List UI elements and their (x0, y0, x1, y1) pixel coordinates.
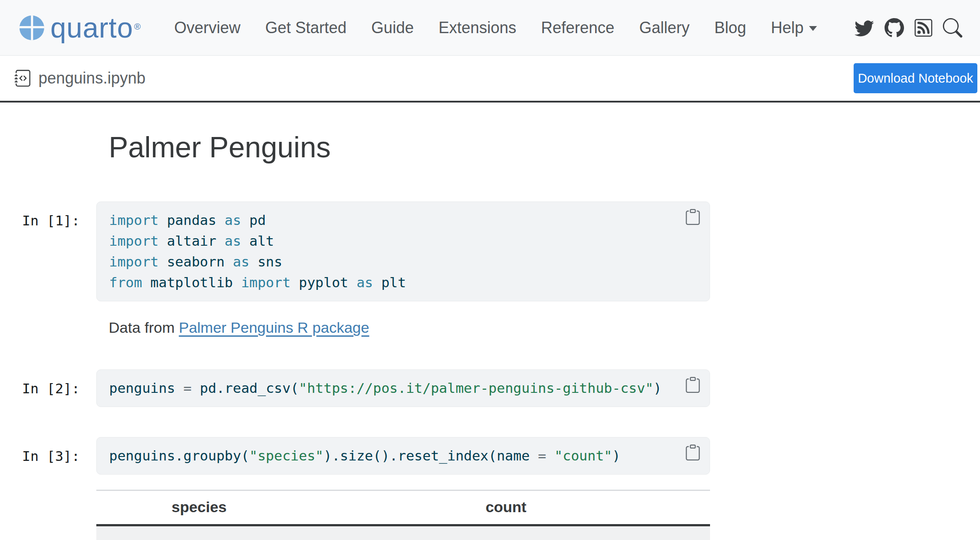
data-source-note: Data from Palmer Penguins R package (109, 318, 980, 337)
column-header-count: count (302, 490, 710, 525)
cell-prompt: In [3]: (0, 437, 96, 467)
code-cell: In [2]: penguins = pd.read_csv("https://… (0, 369, 980, 407)
notebook-bar: penguins.ipynb Download Notebook (0, 56, 980, 103)
nav-item-overview[interactable]: Overview (174, 19, 240, 37)
search-icon[interactable] (943, 18, 962, 38)
article: Palmer Penguins In [1]: import pandas as… (0, 131, 980, 540)
navbar-icons (855, 18, 962, 38)
nav-item-guide[interactable]: Guide (371, 19, 414, 37)
journal-code-icon (15, 70, 31, 87)
code-block: import pandas as pdimport altair as alti… (96, 202, 710, 301)
dataframe-table-header: species count (96, 490, 710, 525)
nav-item-reference[interactable]: Reference (541, 19, 615, 37)
copy-to-clipboard-icon[interactable] (685, 209, 701, 225)
code-cell: In [1]: import pandas as pdimport altair… (0, 202, 980, 301)
primary-nav: Overview Get Started Guide Extensions Re… (174, 19, 817, 37)
code-lines: penguins = pd.read_csv("https://pos.it/p… (109, 378, 697, 399)
quarto-logo[interactable]: quarto ® (19, 14, 140, 42)
palmer-penguins-link[interactable]: Palmer Penguins R package (179, 319, 369, 336)
nav-item-gallery[interactable]: Gallery (639, 19, 690, 37)
copy-to-clipboard-icon[interactable] (685, 377, 701, 393)
github-icon[interactable] (885, 18, 904, 38)
page: quarto ® Overview Get Started Guide Exte… (0, 0, 980, 540)
twitter-icon[interactable] (855, 18, 874, 38)
data-source-prefix: Data from (109, 319, 179, 336)
table-row (96, 525, 710, 540)
page-title: Palmer Penguins (109, 131, 980, 164)
nav-item-blog[interactable]: Blog (714, 19, 746, 37)
cell-prompt: In [1]: (0, 202, 96, 231)
quarto-globe-icon (19, 15, 44, 40)
cell-prompt: In [2]: (0, 369, 96, 399)
code-block: penguins.groupby("species").size().reset… (96, 437, 710, 475)
registered-mark: ® (134, 22, 141, 32)
nav-item-get-started[interactable]: Get Started (265, 19, 346, 37)
nav-item-extensions[interactable]: Extensions (438, 19, 516, 37)
code-lines: penguins.groupby("species").size().reset… (109, 445, 697, 466)
copy-to-clipboard-icon[interactable] (685, 445, 701, 460)
dataframe-table: species count (96, 490, 710, 540)
chevron-down-icon (809, 26, 817, 31)
download-notebook-button[interactable]: Download Notebook (854, 63, 977, 93)
nav-item-help[interactable]: Help (771, 19, 817, 37)
rss-icon[interactable] (915, 19, 932, 37)
column-header-species: species (96, 490, 302, 525)
code-lines: import pandas as pdimport altair as alti… (109, 210, 697, 293)
brand-wordmark: quarto (50, 14, 133, 42)
notebook-filename: penguins.ipynb (38, 69, 145, 87)
nav-item-help-label: Help (771, 19, 804, 37)
code-block: penguins = pd.read_csv("https://pos.it/p… (96, 369, 710, 407)
code-cell: In [3]: penguins.groupby("species").size… (0, 437, 980, 475)
top-navbar: quarto ® Overview Get Started Guide Exte… (0, 0, 980, 56)
